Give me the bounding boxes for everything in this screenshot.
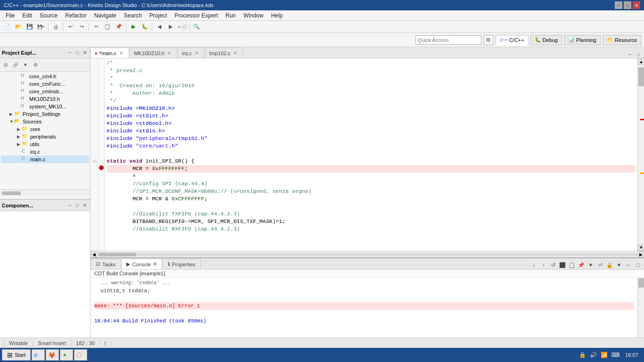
open-perspective-button[interactable]: ⊞ (483, 35, 494, 45)
console-refresh-button[interactable]: ↺ (549, 261, 557, 269)
menu-help[interactable]: Help (267, 11, 287, 20)
quick-access-input[interactable] (415, 35, 481, 45)
tree-item-core-cm4[interactable]: H core_cm4.h (1, 73, 89, 80)
tab-console[interactable]: ▶ Console ✕ (121, 259, 162, 269)
close-button[interactable]: ✕ (633, 1, 640, 9)
scroll-up-button[interactable]: ▲ (638, 58, 644, 65)
toolbar-print[interactable]: 🖨 (50, 22, 61, 32)
h-scroll-thumb[interactable] (2, 191, 21, 195)
tree-item-mk10dz10[interactable]: H MK10DZ10.h (1, 95, 89, 103)
console-up-button[interactable]: ↑ (539, 261, 548, 269)
menu-project[interactable]: Project (146, 11, 171, 20)
editor-maximize-button[interactable]: □ (635, 50, 642, 58)
perspective-resource[interactable]: 📁 Resource (603, 35, 641, 45)
tree-item-utils[interactable]: ▶ 📁 utils (1, 140, 89, 148)
toolbar-cut[interactable]: ✂ (91, 22, 101, 32)
tree-collapse-all[interactable]: ⊟ (1, 60, 10, 70)
scroll-down-button[interactable]: ▼ (638, 244, 644, 251)
tab-tmp102-close[interactable]: ✕ (232, 50, 238, 56)
tree-item-core-cminstr[interactable]: H core_cmInstr... (1, 88, 89, 95)
tab-mk10dz10-h[interactable]: MK10DZ10.h ✕ (130, 48, 177, 58)
tree-item-sources[interactable]: ▼ 📂 Sources (1, 118, 89, 125)
taskbar-kinetis-button[interactable]: ⬡ (74, 349, 87, 361)
toolbar-paste[interactable]: 📌 (114, 22, 124, 32)
h-scroll-left-button[interactable]: ◀ (91, 251, 97, 258)
toolbar-open[interactable]: 📂 (13, 22, 24, 32)
menu-window[interactable]: Window (239, 11, 267, 20)
h-scroll-right-button[interactable]: ▶ (637, 251, 644, 258)
toolbar-save-all[interactable]: 💾+ (36, 22, 46, 32)
toolbar-last-edit[interactable]: ↩⬜ (177, 22, 187, 32)
tree-item-system-mk10[interactable]: H system_MK10... (1, 103, 89, 110)
tree-item-core[interactable]: ▶ 📁 core (1, 125, 89, 133)
editor-right-scrollbar[interactable]: ▲ ▼ (637, 58, 644, 251)
menu-navigate[interactable]: Navigate (90, 11, 120, 20)
tab-mk10dz10-close[interactable]: ✕ (166, 50, 172, 56)
editor-content[interactable]: /* * prova2.c * * Created on: 16/giu/201… (105, 58, 637, 251)
toolbar-back[interactable]: ◀ (154, 22, 165, 32)
console-scroll-thumb[interactable] (638, 278, 644, 288)
editor-minimize-button[interactable]: ─ (626, 50, 634, 58)
console-clear-button[interactable]: ⬛ (558, 261, 567, 269)
components-close-button[interactable]: ✕ (82, 202, 88, 209)
console-scroll-lock-button[interactable]: 🔒 (605, 261, 614, 269)
menu-run[interactable]: Run (222, 11, 239, 20)
perspective-cpp[interactable]: C++ C/C++ (495, 35, 528, 45)
fold-button[interactable]: ⊖ (91, 157, 98, 165)
start-button[interactable]: ⊞ Start (2, 349, 31, 361)
tree-item-peripherals[interactable]: ▶ 📁 peripherals (1, 133, 89, 140)
console-scrollbar[interactable] (637, 278, 644, 345)
toolbar-run[interactable]: ▶ (128, 22, 139, 32)
scroll-thumb[interactable] (638, 67, 644, 86)
tab-tmp102-c[interactable]: tmp102.c ✕ (205, 48, 243, 58)
tree-settings[interactable]: ⚙ (31, 60, 40, 70)
tree-item-irq-c[interactable]: C irq.c (1, 148, 89, 156)
tree-item-project-settings[interactable]: ▶ 📁 Project_Settings (1, 110, 89, 118)
components-minimize-button[interactable]: ─ (66, 202, 73, 209)
console-pin-button[interactable]: 📌 (577, 261, 586, 269)
horizontal-scrollbar-left[interactable] (0, 189, 90, 196)
perspective-debug[interactable]: 🐛 Debug (530, 35, 562, 45)
h-scroll-thumb[interactable] (99, 253, 136, 256)
toolbar-new[interactable]: 📄 (2, 22, 12, 32)
menu-edit[interactable]: Edit (18, 11, 36, 20)
editor-h-scrollbar[interactable]: ◀ ▶ (91, 251, 644, 257)
minimize-button[interactable]: ─ (615, 1, 622, 9)
toolbar-redo[interactable]: ↪ (76, 22, 87, 32)
explorer-close-button[interactable]: ✕ (82, 49, 88, 56)
tree-menu[interactable]: ▼ (21, 60, 30, 70)
tree-item-main-c[interactable]: C main.c (1, 156, 89, 163)
menu-source[interactable]: Source (36, 11, 61, 20)
toolbar-forward[interactable]: ▶ (165, 22, 176, 32)
console-word-wrap-button[interactable]: ⏎ (596, 261, 604, 269)
console-menu-button[interactable]: ▼ (615, 261, 623, 269)
tab-main-c[interactable]: ● *main.c ✕ (91, 48, 129, 58)
explorer-minimize-button[interactable]: ─ (66, 49, 73, 56)
tab-irq-close[interactable]: ✕ (194, 50, 199, 56)
tab-main-c-close[interactable]: ✕ (118, 50, 124, 56)
tree-link-editor[interactable]: 🔗 (11, 60, 20, 70)
toolbar-save[interactable]: 💾 (25, 22, 35, 32)
menu-search[interactable]: Search (120, 11, 146, 20)
tree-item-core-cmfunc[interactable]: H core_cmFunc... (1, 80, 89, 88)
toolbar-copy[interactable]: 📋 (102, 22, 113, 32)
taskbar-extra-button[interactable]: ✦ (60, 349, 73, 361)
components-maximize-button[interactable]: □ (74, 202, 81, 209)
taskbar-firefox-button[interactable]: 🦊 (46, 349, 59, 361)
toolbar-search[interactable]: 🔍 (191, 22, 202, 32)
console-down-button[interactable]: ↓ (530, 261, 538, 269)
toolbar-undo[interactable]: ↩ (65, 22, 75, 32)
maximize-button[interactable]: □ (624, 1, 631, 9)
bottom-minimize-button[interactable]: ─ (624, 261, 633, 269)
perspective-planning[interactable]: 📊 Planning (564, 35, 601, 45)
menu-processor-expert[interactable]: Processor Expert (171, 11, 222, 20)
tab-console-close[interactable]: ✕ (153, 261, 157, 267)
explorer-maximize-button[interactable]: □ (74, 49, 81, 56)
menu-file[interactable]: File (2, 11, 18, 20)
bottom-maximize-button[interactable]: □ (634, 261, 642, 269)
menu-refactor[interactable]: Refactor (61, 11, 90, 20)
tab-irq-c[interactable]: irq.c ✕ (178, 48, 205, 58)
tab-properties[interactable]: ℹ Properties (163, 259, 200, 269)
console-copy-button[interactable]: 📋 (568, 261, 576, 269)
console-filter-button[interactable]: ▼ (586, 261, 595, 269)
